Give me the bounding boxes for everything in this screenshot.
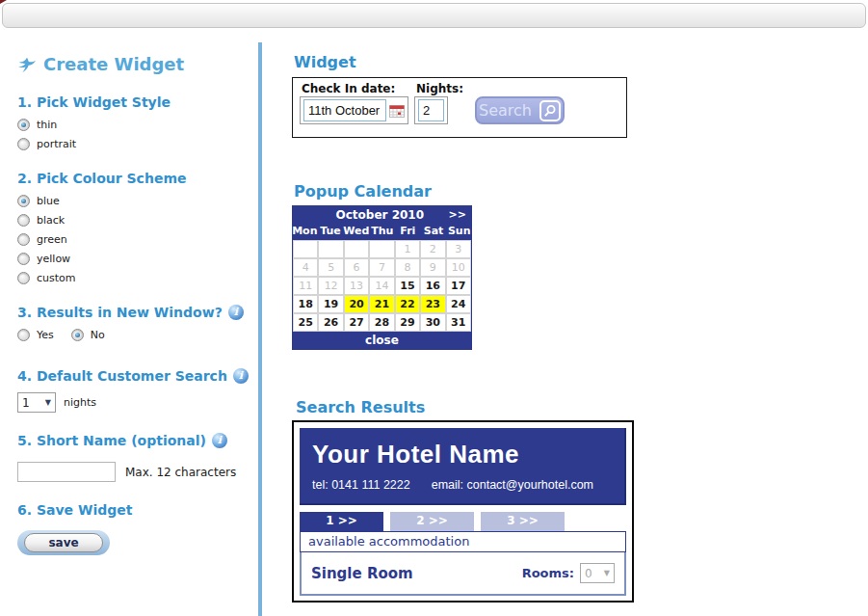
calendar-day-cell[interactable]: 12 — [318, 277, 343, 295]
calendar-header: October 2010 >> — [292, 205, 472, 224]
calendar-day-cell[interactable]: 26 — [318, 313, 343, 332]
section-title-colour-scheme: 2. Pick Colour Scheme — [17, 171, 253, 186]
calendar-day-cell[interactable]: 7 — [369, 258, 394, 277]
radio-option-custom[interactable]: custom — [17, 272, 253, 284]
step-tab-3[interactable]: 3 >> — [481, 512, 565, 531]
calendar-close-button[interactable]: close — [292, 332, 472, 350]
radio-option-blue[interactable]: blue — [17, 195, 253, 207]
radio-option-yes[interactable]: Yes — [17, 329, 54, 341]
popup-calendar: October 2010 >> MonTueWedThuFriSatSun 12… — [292, 205, 472, 350]
search-results-preview: Your Hotel Name tel: 0141 111 2222email:… — [292, 420, 634, 603]
calendar-day-cell[interactable]: 31 — [446, 313, 471, 332]
radio-icon[interactable] — [17, 214, 30, 227]
section-title-default-search: 4. Default Customer Search i — [17, 368, 253, 384]
radio-label: custom — [37, 272, 76, 284]
rooms-select[interactable]: 0 ▼ — [580, 563, 615, 583]
radio-option-no[interactable]: No — [71, 329, 105, 341]
search-button-label: Search — [479, 101, 532, 120]
popup-calendar-heading: Popup Calendar — [294, 182, 432, 201]
calendar-day-header: Wed — [343, 224, 369, 240]
bird-icon — [17, 56, 37, 73]
calendar-day-cell[interactable]: 28 — [369, 313, 394, 332]
radio-icon[interactable] — [71, 329, 84, 341]
step-tabs: 1 >> 2 >> 3 >> — [300, 512, 626, 531]
info-icon[interactable]: i — [212, 433, 227, 448]
radio-icon[interactable] — [17, 329, 30, 341]
calendar-day-cell[interactable]: 30 — [420, 313, 445, 332]
calendar-day-cell[interactable]: 16 — [420, 277, 445, 295]
calendar-day-header: Tue — [318, 224, 344, 240]
radio-icon[interactable] — [17, 253, 30, 265]
radio-icon[interactable] — [17, 119, 30, 131]
info-icon[interactable]: i — [233, 368, 249, 384]
calendar-day-cell[interactable]: 27 — [344, 313, 369, 332]
calendar-day-cell[interactable]: 20 — [344, 295, 369, 313]
short-name-input[interactable] — [17, 462, 116, 482]
hotel-contact-line: tel: 0141 111 2222email: contact@yourhot… — [312, 478, 613, 492]
calendar-day-cell[interactable]: 17 — [446, 277, 471, 295]
calendar-day-cell[interactable]: 11 — [293, 277, 318, 295]
search-button[interactable]: Search — [475, 96, 565, 124]
calendar-day-cell[interactable]: 24 — [446, 295, 471, 313]
calendar-day-cell[interactable]: 25 — [293, 313, 318, 332]
section-title-text: 3. Results in New Window? — [17, 305, 223, 320]
radio-label: black — [37, 214, 65, 227]
radio-icon[interactable] — [17, 138, 30, 150]
checkin-label: Check In date: — [302, 82, 395, 95]
calendar-day-header: Fri — [395, 224, 421, 240]
calendar-day-cell[interactable]: 15 — [395, 277, 420, 295]
calendar-day-cell[interactable]: 29 — [395, 313, 420, 332]
nights-label: Nights: — [416, 82, 463, 95]
calendar-day-header: Thu — [369, 224, 395, 240]
calendar-day-cell[interactable]: 5 — [318, 258, 343, 277]
calendar-day-cell[interactable]: 14 — [369, 277, 394, 295]
radio-label: green — [37, 233, 67, 246]
info-icon[interactable]: i — [228, 305, 244, 320]
calendar-day-cell — [318, 240, 343, 258]
step-tab-1[interactable]: 1 >> — [300, 512, 383, 531]
widget-preview: Check In date: Nights: Search — [292, 77, 627, 138]
vertical-divider — [258, 42, 262, 616]
page-title: Create Widget — [43, 54, 184, 74]
step-tab-2[interactable]: 2 >> — [390, 512, 474, 531]
nights-suffix-label: nights — [64, 396, 96, 409]
calendar-day-cell[interactable]: 6 — [344, 258, 369, 277]
calendar-next-month-button[interactable]: >> — [449, 208, 466, 221]
calendar-day-cell[interactable]: 19 — [318, 295, 343, 313]
hotel-name: Your Hotel Name — [312, 440, 613, 469]
checkin-date-input[interactable] — [303, 99, 386, 121]
calendar-day-cell[interactable]: 13 — [344, 277, 369, 295]
radio-option-green[interactable]: green — [17, 233, 253, 246]
calendar-day-cell[interactable]: 4 — [293, 258, 318, 277]
calendar-day-cell[interactable]: 21 — [369, 295, 394, 313]
section-title-text: 5. Short Name (optional) — [17, 433, 206, 448]
radio-label: yellow — [37, 253, 70, 265]
nights-input[interactable] — [418, 99, 444, 121]
radio-icon[interactable] — [17, 272, 30, 284]
radio-option-thin[interactable]: thin — [17, 119, 253, 131]
radio-option-portrait[interactable]: portrait — [17, 138, 253, 150]
calendar-day-header: Mon — [292, 224, 318, 240]
calendar-day-header: Sun — [446, 224, 472, 240]
nights-select-row: 1 ▼ nights — [17, 392, 253, 413]
calendar-day-cell[interactable]: 18 — [293, 295, 318, 313]
magnifier-icon — [539, 100, 561, 121]
radio-option-yellow[interactable]: yellow — [17, 253, 253, 265]
calendar-day-cell[interactable]: 10 — [446, 258, 471, 277]
radio-icon[interactable] — [17, 195, 30, 207]
save-button[interactable]: save — [24, 533, 103, 552]
calendar-day-cell[interactable]: 23 — [420, 295, 445, 313]
radio-option-black[interactable]: black — [17, 214, 253, 227]
calendar-grid: 1234567891011121314151617181920212223242… — [292, 240, 472, 332]
calendar-day-cell[interactable]: 1 — [395, 240, 420, 258]
calendar-day-cell[interactable]: 9 — [420, 258, 445, 277]
calendar-day-cell[interactable]: 8 — [395, 258, 420, 277]
calendar-icon[interactable] — [389, 103, 405, 118]
radio-label: Yes — [37, 329, 54, 341]
nights-select[interactable]: 1 ▼ — [17, 392, 56, 413]
radio-icon[interactable] — [17, 233, 30, 246]
calendar-day-cell[interactable]: 22 — [395, 295, 420, 313]
calendar-day-cell[interactable]: 3 — [446, 240, 471, 258]
calendar-day-cell[interactable]: 2 — [420, 240, 445, 258]
chevron-down-icon: ▼ — [45, 398, 51, 407]
